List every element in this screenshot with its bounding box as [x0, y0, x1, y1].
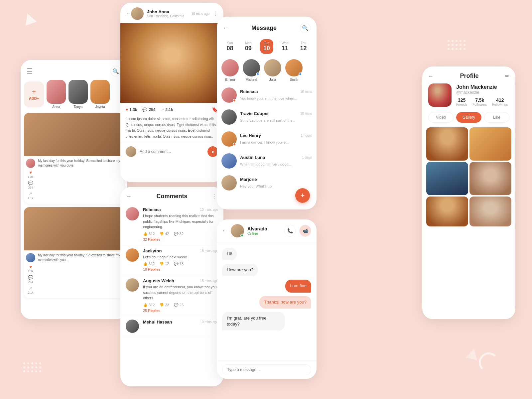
search-icon[interactable]: 🔍 — [110, 66, 121, 76]
tab-gallery[interactable]: Gallery — [456, 112, 481, 123]
msg-item-austin[interactable]: Austin Luna 1 days When I'm good, I'm ve… — [217, 150, 317, 172]
post-caption-1: My last day for this year holiday! So ex… — [38, 159, 121, 168]
comment-likes-augusts[interactable]: 👍 312 — [143, 303, 155, 307]
post-comments-stat: 💬 254 — [142, 107, 155, 112]
comments-title: Comments — [132, 193, 212, 200]
comment-dislikes-rebecca[interactable]: 👎 42 — [159, 232, 169, 236]
msg-avatar-travis — [221, 109, 237, 125]
story-item-anna[interactable]: Anna — [47, 80, 66, 109]
gallery-img-2[interactable] — [469, 127, 511, 161]
comment-input[interactable] — [140, 149, 204, 154]
gallery-img-3[interactable] — [426, 162, 468, 195]
menu-icon[interactable]: ☰ — [27, 67, 33, 75]
post-user-avatar — [131, 7, 144, 20]
feed-panel: ☰ 🔍 + ADD+ Anna Tanya Joyeta ♥ — [21, 60, 127, 319]
profile-followers-val: 7.5k — [475, 97, 484, 103]
comment-comments-rebecca[interactable]: 💬 32 — [174, 232, 184, 236]
date-tab-wed[interactable]: Wed 11 — [278, 39, 292, 54]
gallery-img-5[interactable] — [426, 197, 468, 226]
comment-name-rebecca: Rebecca — [143, 207, 161, 212]
profile-avatar — [428, 83, 452, 107]
msg-name-lee: Lee Henry — [240, 133, 261, 138]
profile-stat-friends: 325 Friends — [456, 97, 467, 106]
share-icon-2: ↗ — [29, 286, 32, 291]
back-icon-messages[interactable]: ← — [223, 25, 228, 31]
comment-time-augusts: 18 mins ago — [200, 279, 218, 283]
back-icon-post[interactable]: ← — [126, 11, 131, 17]
comment-likes-rebecca[interactable]: 👍 312 — [143, 232, 155, 236]
video-call-button[interactable]: 📹 — [299, 225, 311, 237]
profile-friends-val: 325 — [458, 97, 466, 103]
profile-header: ← Profile ✏ — [422, 66, 515, 83]
comment-dislikes-jackyton[interactable]: 👎 12 — [159, 262, 169, 266]
msg-item-travis[interactable]: Travis Cooper 30 mins Sony Laptops are s… — [217, 106, 317, 128]
msg-item-lee[interactable]: Lee Henry 1 hours I am a dancer, I know … — [217, 128, 317, 150]
msg-avatar-rebecca — [221, 87, 237, 103]
msg-name-travis: Travis Cooper — [240, 111, 269, 116]
chat-panel: ← Alvarado Online 📞 📹 Hi! How are you? I… — [217, 219, 317, 379]
back-icon-comments[interactable]: ← — [126, 194, 132, 200]
dots-icon[interactable]: ⋮ — [213, 11, 218, 17]
new-message-fab[interactable]: + — [295, 188, 310, 203]
profile-followings-label: Followings — [492, 103, 508, 106]
profile-friends-label: Friends — [456, 103, 467, 106]
comment-likes-jackyton[interactable]: 👍 312 — [143, 262, 155, 266]
stories-row: + ADD+ Anna Tanya Joyeta — [21, 80, 127, 113]
comment-text-rebecca: I hope students reading this realize tha… — [143, 213, 218, 230]
comment-time-jackyton: 18 mins ago — [200, 249, 218, 253]
comment-text-augusts: If you are an entrepreneur, you know tha… — [143, 284, 218, 301]
story-item-tanya[interactable]: Tanya — [68, 80, 88, 109]
edit-icon-profile[interactable]: ✏ — [505, 73, 509, 79]
comment-replies-augusts[interactable]: 25 Replies — [143, 309, 218, 313]
comment-avatar-augusts — [126, 278, 139, 292]
chat-header: ← Alvarado Online 📞 📹 — [217, 219, 317, 242]
feed-post-1: ♥ 1.3k 💬 254 ↗ 2.1k My last day for this… — [24, 113, 124, 204]
chat-bubble-imgrat: I'm grat, are you free today? — [222, 312, 285, 331]
comment-time-rebecca: 10 mins ago — [200, 208, 218, 211]
back-icon-profile[interactable]: ← — [428, 73, 434, 79]
post-comments-val: 254 — [149, 107, 155, 112]
heart-icon-2: ♥ — [29, 264, 32, 269]
profile-panel: ← Profile ✏ John Mackenzie @mackenzie 32… — [422, 66, 515, 319]
comment-replies-rebecca[interactable]: 32 Replies — [143, 237, 218, 241]
profile-followings-val: 412 — [496, 97, 504, 103]
comment-replies-jackyton[interactable]: 18 Replies — [143, 267, 218, 271]
msg-item-rebecca[interactable]: Rebecca 10 mins You know you're in the l… — [217, 84, 317, 106]
msg-time-austin: 1 days — [302, 156, 312, 159]
date-tab-thu[interactable]: Thu 12 — [297, 39, 310, 54]
gallery-img-4[interactable] — [469, 162, 511, 195]
add-story-button[interactable]: + ADD+ — [24, 81, 44, 107]
chat-input-row — [217, 360, 317, 379]
shares-count-1: 2.1k — [28, 197, 33, 200]
online-user-micheal[interactable]: Micheal — [243, 59, 260, 81]
profile-user-section: John Mackenzie @mackenzie 325 Friends 7.… — [422, 83, 515, 112]
search-icon-messages[interactable]: 🔍 — [300, 23, 311, 33]
comment-dislikes-augusts[interactable]: 👎 22 — [159, 303, 169, 307]
date-tab-sun[interactable]: Sun 08 — [223, 39, 237, 54]
profile-handle: @mackenzie — [456, 90, 508, 95]
comment-comments-jackyton[interactable]: 💬 18 — [174, 262, 184, 266]
gallery-img-6[interactable] — [469, 197, 511, 226]
gallery-img-1[interactable] — [426, 127, 468, 161]
tab-video[interactable]: Video — [428, 112, 454, 123]
online-user-julia[interactable]: Julia — [264, 59, 281, 81]
story-item-joyeta[interactable]: Joyeta — [90, 80, 110, 109]
messages-title: Message — [228, 25, 300, 32]
online-user-emma[interactable]: Emma — [221, 59, 239, 81]
add-story-label: ADD+ — [29, 96, 39, 100]
back-icon-chat[interactable]: ← — [222, 228, 227, 234]
profile-followers-label: Followers — [472, 103, 487, 106]
post-username: John Anna — [147, 9, 184, 14]
comment-comments-augusts[interactable]: 💬 25 — [174, 303, 184, 307]
comment-item-rebecca: Rebecca 10 mins ago I hope students read… — [120, 204, 223, 245]
date-tab-mon[interactable]: Mon 09 — [242, 39, 255, 54]
chat-contact-status: Online — [247, 231, 267, 235]
msg-preview-austin: When I'm good, I'm very good... — [240, 162, 292, 166]
msg-name-marjorie: Marjorie — [240, 177, 257, 182]
tab-like[interactable]: Like — [484, 112, 509, 123]
phone-call-button[interactable]: 📞 — [284, 225, 296, 237]
msg-time-travis: 30 mins — [300, 112, 312, 115]
online-user-smith[interactable]: Smith — [285, 59, 303, 81]
chat-input[interactable] — [222, 364, 311, 375]
date-tab-tue[interactable]: Tue 10 — [260, 39, 273, 54]
